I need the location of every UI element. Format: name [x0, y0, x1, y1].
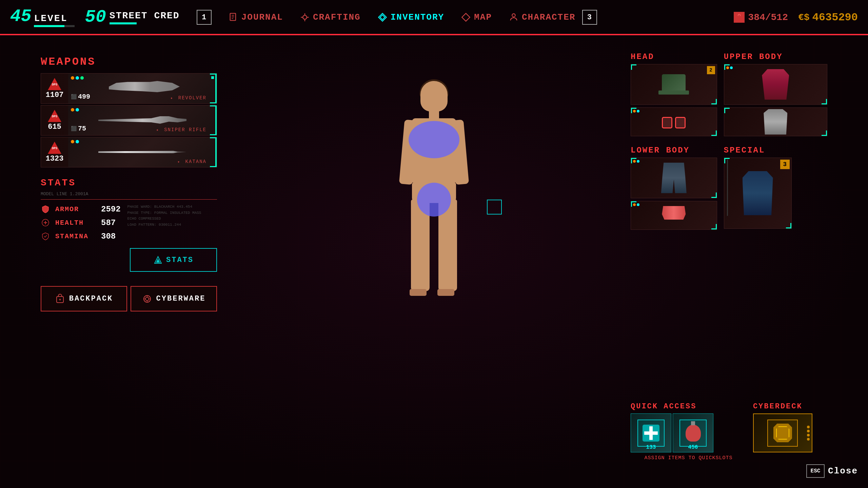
lower-corner-br [711, 192, 717, 198]
backpack-icon [55, 294, 65, 304]
dps-triangle-1: DPS [48, 78, 61, 90]
backpack-label: BACKPACK [69, 294, 113, 303]
nav-crafting[interactable]: CRAFTING [300, 12, 361, 22]
quick-access-section: QUICK ACCESS 133 456 [631, 402, 746, 461]
weapon-ammo-2: ⬛ 75 [71, 125, 86, 133]
svg-marker-10 [380, 15, 385, 20]
weapon-dots-3 [71, 140, 79, 143]
stats-title: STATS [41, 178, 217, 188]
br-row: QUICK ACCESS 133 456 [631, 402, 827, 461]
character-display [349, 56, 519, 361]
cyber-dot-1 [807, 426, 810, 428]
quick-slot-1[interactable]: 133 [631, 413, 671, 452]
weapon-name-2: ✦ SNIPER RIFLE [156, 127, 206, 133]
quick-slot-2-value: 456 [688, 444, 698, 450]
censor-blob-lower [417, 183, 451, 217]
lower-body-slot-secondary[interactable] [631, 201, 717, 230]
char-foot-left [410, 289, 427, 296]
nav-character[interactable]: CHARACTER 3 [509, 10, 597, 25]
upper-item-tanktop [764, 109, 787, 135]
dps-value-2: 615 [48, 123, 61, 131]
lower2-dot-cyan [637, 203, 639, 206]
weapon-slot-sniper[interactable]: DPS 615 ⬛ 75 ✦ SNIPER RIFLE [41, 105, 217, 136]
svg-point-21 [145, 297, 149, 301]
lower-body-slot-main[interactable] [631, 158, 717, 198]
topbar-bottom-line [0, 34, 868, 35]
head-corner-tl [631, 64, 636, 70]
dps-triangle-2: DPS [48, 110, 61, 122]
stat-row-stamina: STAMINA 308 [41, 229, 121, 243]
close-button[interactable]: ESC Close [806, 464, 858, 478]
level-block: 45 LEVEL [10, 8, 75, 27]
stats-left: ARMOR 2592 HEALTH 587 [41, 202, 121, 243]
weapon-dps-left-1: DPS 1107 [41, 76, 68, 101]
weapon-slot-revolver[interactable]: DPS 1107 ⬛ 499 ✦ REVOL [41, 73, 217, 104]
cyberdeck-icon [773, 424, 792, 442]
phase-type-info: PHASE TYPE: FORMAL INSULATED MASS [127, 210, 201, 216]
upper-body-title: UPPER BODY [724, 52, 827, 61]
cyberdeck-title: CYBERDECK [753, 402, 827, 411]
quick-slot-2[interactable]: 456 [673, 413, 713, 452]
lower-item-pants [661, 163, 687, 193]
svg-marker-11 [462, 13, 470, 21]
health-svg [41, 218, 50, 227]
nav-inventory[interactable]: INVENTORY [378, 12, 444, 22]
stats-panel: STATS MODEL LINE 1.2001A ARMOR 2592 [41, 178, 217, 272]
dps-value-1: 1107 [46, 91, 64, 99]
dot-green-1 [80, 76, 84, 80]
upper-body-section: UPPER BODY [724, 52, 827, 139]
top-right-info: 384/512 €$ 4635290 [734, 11, 858, 24]
head-section: HEAD 2 [631, 52, 717, 139]
dps-label-3: DPS [52, 147, 57, 150]
head-slot-main[interactable]: 2 [631, 64, 717, 105]
head-slot-secondary[interactable] [631, 107, 717, 136]
upper-item-jacket [762, 69, 789, 100]
street-cred-block: 50 STREET CRED [85, 8, 179, 26]
notification-badge[interactable]: 1 [197, 10, 212, 25]
censor-blob-chest [409, 121, 459, 158]
weapon-slot-katana[interactable]: DPS 1323 ✦ KATANA [41, 137, 217, 167]
cyberdeck-dots [807, 426, 810, 441]
weapon-corner-tr-3 [210, 137, 217, 144]
backpack-button[interactable]: BACKPACK [41, 286, 127, 311]
health-icon [41, 218, 50, 227]
cyberware-button[interactable]: CYBERWARE [131, 286, 217, 311]
stats-button[interactable]: STATS [130, 248, 217, 272]
char-badge: 3 [582, 10, 597, 25]
special-badge: 3 [780, 160, 790, 169]
weapon-ammo-1: ⬛ 499 [71, 93, 90, 101]
cyberware-icon [142, 294, 152, 304]
cyberdeck-slot[interactable] [753, 413, 812, 452]
special-slot-main[interactable]: 3 [724, 158, 792, 229]
bottom-buttons: BACKPACK CYBERWARE [41, 286, 217, 311]
stamina-value: 308 [101, 232, 116, 241]
upper-body-slot-secondary[interactable] [724, 107, 827, 136]
weapon-dps-left-2: DPS 615 [41, 108, 68, 133]
level-dot-1a [211, 76, 214, 79]
svg-point-12 [512, 14, 515, 17]
health-label: HEALTH [55, 219, 96, 227]
head-corner-br [711, 99, 717, 104]
nav-journal[interactable]: JOURNAL [229, 12, 283, 22]
armor-value: 2592 [101, 205, 121, 214]
weapons-panel: WEAPONS DPS 1107 ⬛ 499 [41, 56, 217, 169]
notification-count: 1 [202, 13, 206, 22]
weapon-dps-left-3: DPS 1323 [41, 140, 68, 165]
lower-dots [633, 160, 639, 163]
cyberdeck-inner [767, 420, 798, 447]
esc-label: ESC [811, 468, 821, 474]
weapons-title: WEAPONS [41, 56, 217, 68]
cyberware-label: CYBERWARE [156, 294, 206, 303]
stats-divider [41, 199, 217, 200]
dot-orange-2 [71, 108, 74, 111]
upper-body-slot-main[interactable] [724, 64, 827, 105]
crafting-label: CRAFTING [313, 12, 361, 22]
weapon-dots-2 [71, 108, 79, 111]
quick-access-title: QUICK ACCESS [631, 402, 746, 411]
head-slot2-corner-br [711, 130, 717, 136]
cyber-dot-2 [807, 430, 810, 432]
dot-cyan-2 [76, 108, 79, 111]
stats-content: ARMOR 2592 HEALTH 587 [41, 202, 217, 243]
nav-map[interactable]: MAP [461, 12, 492, 22]
weapon-name-3: ✦ KATANA [177, 159, 206, 164]
